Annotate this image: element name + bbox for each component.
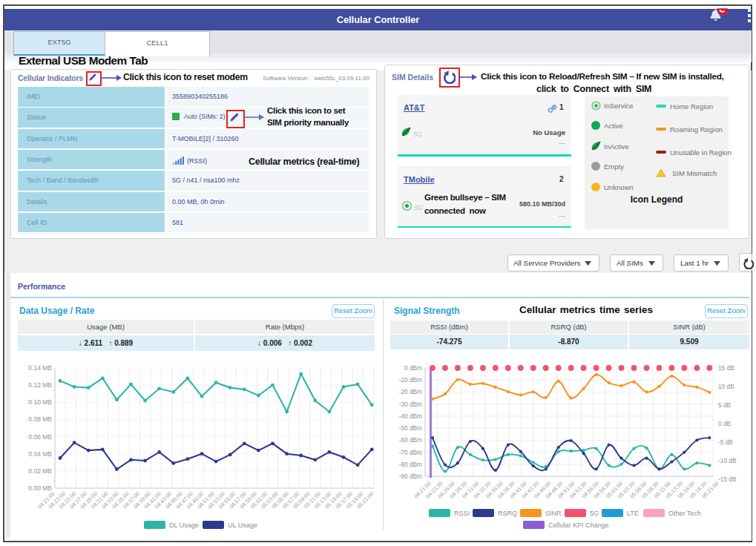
svg-text:0.04 MB: 0.04 MB xyxy=(28,450,52,458)
svg-text:UL Usage: UL Usage xyxy=(228,522,257,529)
svg-text:RSSI: RSSI xyxy=(454,510,470,517)
svg-text:5 dB: 5 dB xyxy=(718,401,732,409)
svg-text:-10 dB: -10 dB xyxy=(718,457,737,464)
svg-text:Other Tech: Other Tech xyxy=(668,510,701,517)
svg-text:-60 dBm: -60 dBm xyxy=(399,436,422,444)
svg-text:5G: 5G xyxy=(590,510,599,517)
svg-text:10 dB: 10 dB xyxy=(718,383,734,390)
svg-text:LTE: LTE xyxy=(627,510,639,517)
svg-text:-50 dBm: -50 dBm xyxy=(399,424,422,432)
svg-text:0.14 MB: 0.14 MB xyxy=(28,364,52,372)
svg-text:-30 dBm: -30 dBm xyxy=(399,401,422,408)
svg-text:0.00 MB: 0.00 MB xyxy=(28,484,52,492)
svg-text:0.06 MB: 0.06 MB xyxy=(28,433,52,441)
svg-text:0.12 MB: 0.12 MB xyxy=(28,381,52,389)
svg-text:-5 dB: -5 dB xyxy=(718,438,733,446)
svg-text:-20 dBm: -20 dBm xyxy=(399,388,422,395)
svg-text:0.10 MB: 0.10 MB xyxy=(28,398,52,406)
svg-text:-10 dBm: -10 dBm xyxy=(399,376,422,384)
svg-text:-70 dBm: -70 dBm xyxy=(399,449,422,456)
svg-text:0 dB: 0 dB xyxy=(718,420,732,427)
svg-text:-80 dBm: -80 dBm xyxy=(399,461,422,468)
svg-text:-90 dBm: -90 dBm xyxy=(399,473,422,480)
svg-text:0 dBm: 0 dBm xyxy=(404,364,422,372)
svg-text:SINR: SINR xyxy=(545,510,562,517)
svg-text:RSRQ: RSRQ xyxy=(498,510,517,517)
svg-text:Cellular KPI Change: Cellular KPI Change xyxy=(548,522,609,529)
svg-text:15 dB: 15 dB xyxy=(718,364,734,372)
svg-text:-15 dB: -15 dB xyxy=(718,476,737,483)
svg-text:DL Usage: DL Usage xyxy=(169,522,199,529)
svg-text:0.08 MB: 0.08 MB xyxy=(28,415,52,423)
svg-text:-40 dBm: -40 dBm xyxy=(399,412,422,420)
svg-text:0.02 MB: 0.02 MB xyxy=(28,467,52,475)
